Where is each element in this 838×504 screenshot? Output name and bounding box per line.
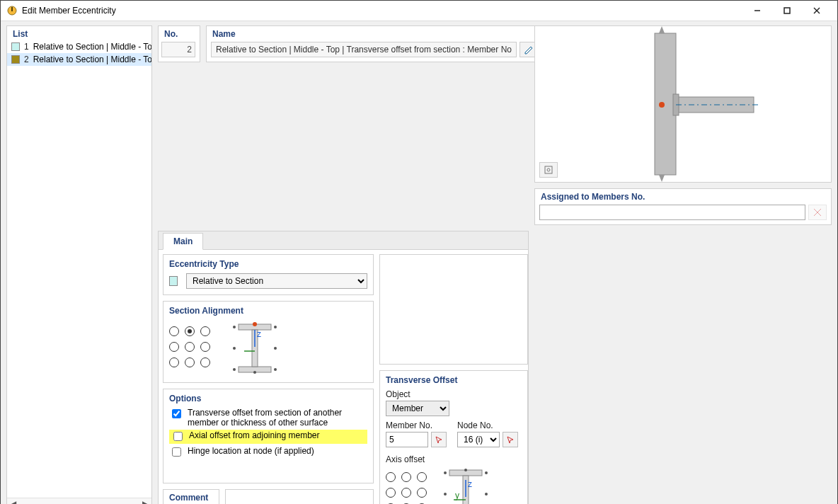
svg-point-21 <box>233 368 236 371</box>
comment-group: Comment <box>163 489 219 504</box>
tab-main[interactable]: Main <box>163 233 203 250</box>
options-label: Options <box>169 394 367 403</box>
axis-offset-label: Axis offset <box>386 454 522 464</box>
member-no-field[interactable] <box>386 432 428 447</box>
list-item[interactable]: 2 Relative to Section | Middle - To <box>7 53 151 66</box>
axis-radio[interactable] <box>401 488 411 498</box>
no-label: No. <box>163 28 195 42</box>
transverse-offset-group: Transverse Offset Object Member Member N… <box>379 370 528 504</box>
axis-radio[interactable] <box>386 472 396 482</box>
list-item-num: 1 <box>24 42 29 52</box>
assigned-panel: Assigned to Members No. <box>534 188 832 225</box>
object-label: Object <box>386 389 522 399</box>
align-radio[interactable] <box>185 357 195 367</box>
align-radio[interactable] <box>185 326 195 336</box>
svg-text:z: z <box>257 329 261 339</box>
align-radio[interactable] <box>185 342 195 352</box>
section-diagram: z <box>230 320 280 377</box>
no-panel: No. <box>158 25 200 62</box>
comment-label: Comment <box>169 493 213 503</box>
upper-blank-panel <box>379 254 528 365</box>
node-no-label: Node No. <box>457 420 522 430</box>
svg-point-48 <box>659 102 665 108</box>
preview-render <box>605 26 761 182</box>
tab-bar: Main <box>158 231 529 249</box>
svg-point-36 <box>485 471 488 474</box>
type-color-swatch <box>169 276 178 286</box>
section-alignment-group: Section Alignment <box>163 301 374 383</box>
minimize-button[interactable] <box>742 1 772 21</box>
section-alignment-radios[interactable] <box>169 326 213 370</box>
assigned-field[interactable] <box>539 205 805 220</box>
list-item-text: Relative to Section | Middle - To <box>33 55 151 64</box>
svg-point-35 <box>444 471 447 474</box>
eccentricity-type-select[interactable]: Relative to Section <box>186 273 367 289</box>
svg-point-18 <box>274 347 277 350</box>
axis-radio[interactable] <box>401 472 411 482</box>
pick-members-button[interactable] <box>808 205 827 220</box>
svg-point-22 <box>274 368 277 371</box>
align-radio[interactable] <box>200 342 210 352</box>
axis-diagram: z y <box>441 466 490 504</box>
svg-point-39 <box>464 469 467 471</box>
blank-panel <box>225 489 374 504</box>
pick-member-button[interactable] <box>431 432 447 447</box>
svg-point-33 <box>444 493 447 496</box>
svg-rect-49 <box>545 166 552 173</box>
svg-point-23 <box>253 371 256 374</box>
window-title: Edit Member Eccentricity <box>22 6 742 16</box>
options-group: Options Transverse offset from section o… <box>163 389 374 483</box>
member-no-label: Member No. <box>386 420 450 430</box>
transverse-offset-checkbox[interactable]: Transverse offset from section of anothe… <box>169 408 367 428</box>
maximize-button[interactable] <box>772 1 802 21</box>
transverse-offset-label: Transverse Offset <box>386 375 522 385</box>
svg-point-50 <box>547 168 550 171</box>
svg-text:z: z <box>468 479 472 489</box>
axis-radio[interactable] <box>417 472 427 482</box>
align-radio[interactable] <box>169 326 179 336</box>
hinge-location-checkbox[interactable]: Hinge location at node (if applied) <box>169 446 367 459</box>
align-radio[interactable] <box>169 357 179 367</box>
svg-point-17 <box>233 347 236 350</box>
svg-point-20 <box>274 326 277 328</box>
svg-point-16 <box>253 322 257 326</box>
svg-text:y: y <box>455 491 459 500</box>
no-field[interactable] <box>161 42 195 57</box>
scroll-left-icon[interactable]: ◀ <box>10 499 16 505</box>
scroll-right-icon[interactable]: ▶ <box>142 499 149 505</box>
preview-settings-button[interactable] <box>539 162 558 178</box>
list-item-text: Relative to Section | Middle - To <box>33 42 151 52</box>
titlebar: Edit Member Eccentricity <box>1 1 837 21</box>
axial-offset-checkbox[interactable]: Axial offset from adjoining member <box>169 430 367 444</box>
svg-rect-3 <box>784 8 790 13</box>
axis-radio[interactable] <box>417 488 427 498</box>
color-swatch <box>11 55 20 64</box>
name-label: Name <box>211 28 538 42</box>
preview-panel <box>534 25 832 183</box>
assigned-label: Assigned to Members No. <box>539 190 827 205</box>
name-field[interactable]: Relative to Section | Middle - Top | Tra… <box>211 42 517 57</box>
align-radio[interactable] <box>200 357 210 367</box>
svg-point-34 <box>485 493 488 496</box>
node-no-select[interactable]: 16 (i) <box>457 432 500 447</box>
name-panel: Name Relative to Section | Middle - Top … <box>206 25 543 62</box>
svg-point-19 <box>233 326 236 328</box>
list-header: List <box>7 26 151 40</box>
horizontal-scrollbar[interactable]: ◀ ▶ <box>7 498 151 504</box>
axis-radio[interactable] <box>386 488 396 498</box>
eccentricity-type-group: Eccentricity Type Relative to Section <box>163 254 374 295</box>
pick-node-button[interactable] <box>503 432 518 447</box>
axis-offset-radios[interactable] <box>386 472 430 504</box>
color-swatch <box>11 42 20 51</box>
object-select[interactable]: Member <box>386 401 449 416</box>
list-panel: List 1 Relative to Section | Middle - To… <box>6 25 152 504</box>
svg-rect-1 <box>11 7 13 11</box>
align-radio[interactable] <box>169 342 179 352</box>
list-item-num: 2 <box>24 55 29 64</box>
list-item[interactable]: 1 Relative to Section | Middle - To <box>7 40 151 53</box>
eccentricity-type-label: Eccentricity Type <box>169 259 367 269</box>
close-button[interactable] <box>802 1 832 21</box>
section-alignment-label: Section Alignment <box>169 306 367 316</box>
align-radio[interactable] <box>200 326 210 336</box>
list-body[interactable]: 1 Relative to Section | Middle - To 2 Re… <box>7 40 151 498</box>
